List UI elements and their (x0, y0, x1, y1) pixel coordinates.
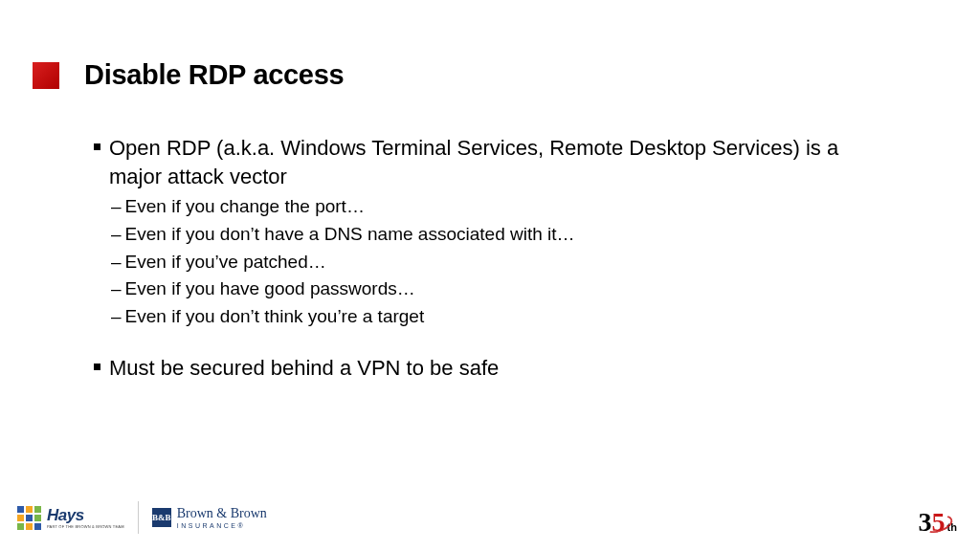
bullet-text: Open RDP (a.k.a. Windows Terminal Servic… (109, 134, 884, 190)
bb-monogram-icon: B&B (152, 508, 171, 527)
sub-bullet-text: Even if you change the port… (125, 194, 365, 220)
title-bullet-icon (33, 62, 59, 89)
dash-icon: – (111, 194, 122, 220)
hays-tagline: PART OF THE BROWN & BROWN TEAM (47, 524, 124, 529)
dash-icon: – (111, 304, 122, 330)
slide-title: Disable RDP access (84, 59, 344, 91)
anniversary-logo: 3 5 th (919, 509, 957, 536)
dash-icon: – (111, 222, 122, 248)
hays-grid-icon (17, 506, 41, 530)
square-bullet-icon (94, 364, 100, 370)
sub-bullet-text: Even if you don’t have a DNS name associ… (125, 222, 575, 248)
dash-icon: – (111, 250, 122, 276)
brown-brown-logo: B&B Brown & Brown INSURANCE® (152, 507, 267, 529)
square-bullet-icon (94, 143, 100, 150)
hays-name: Hays (47, 507, 124, 523)
sub-bullet-text: Even if you don’t think you’re a target (125, 304, 425, 330)
bullet-text: Must be secured behind a VPN to be safe (109, 354, 499, 383)
slide-body: Open RDP (a.k.a. Windows Terminal Servic… (94, 134, 884, 386)
hays-logo: Hays PART OF THE BROWN & BROWN TEAM (17, 506, 124, 530)
dash-icon: – (111, 276, 122, 302)
sub-bullet-text: Even if you’ve patched… (125, 250, 326, 276)
bb-name: Brown & Brown (177, 507, 267, 520)
sub-bullet-text: Even if you have good passwords… (125, 276, 415, 302)
bb-subline: INSURANCE® (177, 522, 267, 529)
footer-divider (138, 501, 139, 534)
